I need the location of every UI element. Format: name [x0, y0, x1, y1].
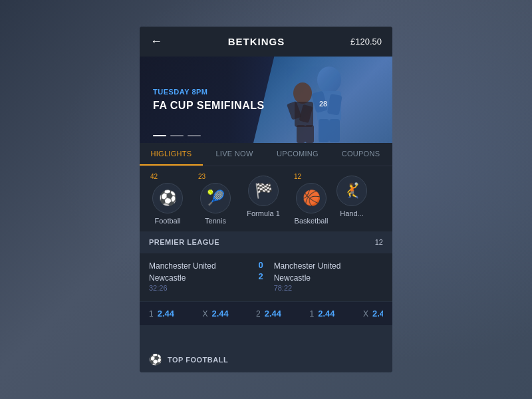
odd-label-3: 2	[256, 309, 261, 319]
tab-coupons[interactable]: COUPONS	[329, 143, 392, 166]
sport-label-basketball: Basketball	[295, 217, 329, 225]
sport-item-formula1[interactable]: 🏁 Formula 1	[241, 173, 286, 225]
sport-item-handball[interactable]: 🤾 Hand...	[336, 173, 367, 225]
footer-label: TOP FOOTBALL	[168, 356, 228, 364]
handball-icon: 🤾	[336, 176, 367, 206]
hero-banner: TUESDAY 8PM FA CUP SEMIFINALS	[140, 57, 392, 143]
sport-label-formula1: Formula 1	[247, 209, 280, 217]
match-time-1: 32:26	[149, 284, 258, 292]
sport-item-tennis[interactable]: 23 🎾 Tennis	[193, 173, 238, 225]
odd-group-1[interactable]: 1 2.44	[149, 309, 203, 319]
sport-count-football: 42	[150, 173, 158, 180]
svg-text:28: 28	[319, 100, 327, 108]
odd-value-5: 2.4	[372, 309, 383, 319]
section-title: PREMIER LEAGUE	[149, 238, 219, 246]
svg-rect-4	[319, 119, 329, 142]
app-title: BETKINGS	[228, 36, 285, 47]
premier-league-section: PREMIER LEAGUE 12 Manchester United Newc…	[140, 231, 392, 346]
tab-live-now[interactable]: LIVE NOW	[203, 143, 266, 166]
odd-label-1: 1	[149, 309, 154, 319]
header: ← BETKINGS £120.50	[140, 27, 392, 57]
hero-dots	[153, 135, 201, 136]
sport-label-tennis: Tennis	[205, 217, 226, 225]
match-scores-1: 0 2	[258, 260, 263, 292]
back-button[interactable]: ←	[150, 35, 162, 49]
team2-name-1: Newcastle	[149, 272, 258, 284]
odd-value-1: 2.44	[158, 309, 174, 319]
odds-row: 1 2.44 X 2.44 2 2.44 1 2.44 X 2.4	[140, 302, 392, 325]
sport-count-basketball: 12	[294, 173, 301, 180]
odd-group-3[interactable]: 2 2.44	[256, 309, 310, 319]
sport-item-basketball[interactable]: 12 🏀 Basketball	[289, 173, 334, 225]
football-icon: ⚽	[152, 183, 183, 213]
team1-name-1: Manchester United	[149, 260, 258, 272]
tab-upcoming[interactable]: UPCOMING	[266, 143, 329, 166]
hero-date: TUESDAY 8PM	[153, 88, 265, 96]
odd-label-2: X	[203, 309, 208, 319]
basketball-icon: 🏀	[296, 183, 327, 213]
hero-dot-3	[188, 135, 201, 136]
odd-value-4: 2.44	[318, 309, 334, 319]
sports-row: 42 ⚽ Football 23 🎾 Tennis 🏁 Formula 1 12…	[140, 166, 392, 231]
hero-event-title: FA CUP SEMIFINALS	[153, 100, 265, 112]
hero-figure: 28	[253, 57, 386, 143]
odd-value-2: 2.44	[212, 309, 229, 319]
sport-count-tennis: 23	[198, 173, 205, 180]
sport-label-football: Football	[154, 217, 180, 225]
score2-1: 2	[258, 271, 263, 281]
svg-point-0	[317, 66, 341, 93]
match-time-2: 78:22	[274, 284, 383, 292]
footer-section[interactable]: ⚽ TOP FOOTBALL	[140, 346, 392, 372]
app-container: ← BETKINGS £120.50 TUESDAY 8PM FA CUP SE…	[140, 27, 392, 372]
odd-label-4: 1	[310, 309, 315, 319]
sport-item-football[interactable]: 42 ⚽ Football	[145, 173, 190, 225]
svg-rect-10	[297, 125, 305, 143]
svg-point-6	[293, 82, 312, 104]
match-teams-1: Manchester United Newcastle 32:26 0 2 Ma…	[149, 260, 383, 292]
team-col-right-1: Manchester United Newcastle 78:22	[274, 260, 383, 292]
tab-highlights[interactable]: HIGLIGHTS	[140, 143, 203, 166]
odd-label-5: X	[363, 309, 368, 319]
formula1-icon: 🏁	[248, 176, 279, 206]
section-count: 12	[375, 238, 383, 246]
balance-display: £120.50	[350, 37, 382, 47]
footer-football-icon: ⚽	[149, 353, 162, 366]
odd-group-5[interactable]: X 2.4	[363, 309, 383, 319]
odd-group-4[interactable]: 1 2.44	[310, 309, 364, 319]
team-col-left-1: Manchester United Newcastle 32:26	[149, 260, 258, 292]
match-row[interactable]: Manchester United Newcastle 32:26 0 2 Ma…	[140, 253, 392, 301]
hero-dot-2	[170, 135, 184, 136]
tennis-icon: 🎾	[200, 183, 231, 213]
hero-image: 28	[266, 57, 372, 143]
svg-rect-11	[305, 125, 314, 143]
section-header: PREMIER LEAGUE 12	[140, 231, 392, 253]
odd-value-3: 2.44	[265, 309, 281, 319]
score1-1: 0	[258, 260, 263, 270]
svg-rect-5	[329, 119, 340, 142]
sport-label-handball: Hand...	[340, 209, 363, 217]
team1-name-2: Manchester United	[274, 260, 383, 272]
tabs-bar: HIGLIGHTS LIVE NOW UPCOMING COUPONS	[140, 143, 392, 166]
odd-group-2[interactable]: X 2.44	[203, 309, 257, 319]
hero-dot-1	[153, 135, 166, 136]
team2-name-2: Newcastle	[274, 272, 383, 284]
